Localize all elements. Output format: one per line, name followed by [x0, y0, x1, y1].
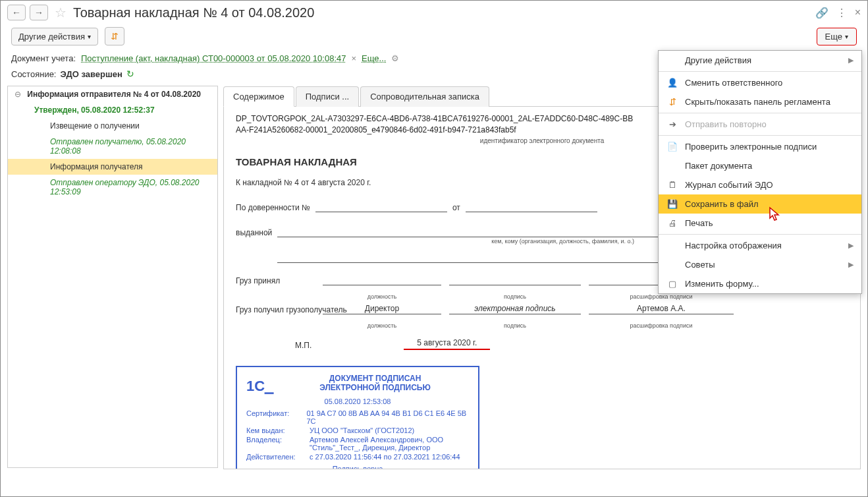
star-icon[interactable]: ☆: [55, 5, 67, 20]
proxy-number-field: [315, 202, 447, 212]
proxy-date-field: [466, 202, 597, 212]
menu-package[interactable]: Пакет документа: [659, 156, 861, 175]
more-docs-link[interactable]: Еще...: [362, 53, 386, 63]
check-sig-icon: 📄: [666, 142, 678, 152]
more-menu: Другие действия ▶ 👤 Сменить ответственно…: [658, 50, 862, 294]
doc-account-link[interactable]: Поступление (акт, накладная) СТ00-000003…: [81, 53, 346, 63]
doc-account-label: Документ учета:: [11, 53, 76, 63]
signature-stamp: 1C⎯ ДОКУМЕНТ ПОДПИСАН ЭЛЕКТРОННОЙ ПОДПИС…: [236, 366, 479, 469]
cargo-received-label: Груз получил грузополучатель: [236, 305, 315, 314]
tree-approved[interactable]: Утвержден, 05.08.2020 12:52:37: [8, 102, 217, 118]
arrow-right-icon: ➔: [666, 119, 678, 129]
tab-content[interactable]: Содержимое: [223, 86, 294, 107]
back-button[interactable]: ←: [7, 5, 26, 20]
chevron-down-icon: ▾: [88, 33, 91, 40]
window-title: Товарная накладная № 4 от 04.08.2020: [73, 5, 314, 20]
menu-log[interactable]: 🗒 Журнал событий ЭДО: [659, 175, 861, 194]
tab-cover-note[interactable]: Сопроводительная записка: [360, 86, 489, 107]
mp-date: 5 августа 2020 г.: [404, 338, 490, 350]
gear-icon[interactable]: ⚙: [391, 53, 399, 63]
chevron-right-icon: ▶: [848, 260, 854, 269]
tree-notice[interactable]: Извещение о получении: [8, 118, 217, 134]
chevron-right-icon: ▶: [848, 241, 854, 250]
tree-panel-button[interactable]: ⇵: [105, 27, 124, 45]
from-label: от: [452, 203, 460, 212]
tree-panel: Информация отправителя № 4 от 04.08.2020…: [7, 86, 218, 468]
menu-save-file[interactable]: 💾 Сохранить в файл: [659, 194, 861, 214]
mp-label: М.П.: [295, 341, 312, 350]
menu-tips[interactable]: Советы ▶: [659, 255, 861, 274]
tree-sent-operator[interactable]: Отправлен оператору ЭДО, 05.08.2020 12:5…: [8, 175, 217, 200]
chevron-right-icon: ▶: [848, 56, 854, 65]
other-actions-button[interactable]: Другие действия ▾: [11, 28, 98, 45]
proxy-label: По доверенности №: [236, 203, 310, 212]
more-button[interactable]: Еще ▾: [817, 28, 857, 45]
menu-resend: ➔ Отправить повторно: [659, 115, 861, 134]
menu-other-actions[interactable]: Другие действия ▶: [659, 51, 861, 70]
forward-button[interactable]: →: [30, 5, 48, 20]
hierarchy-icon: ⇵: [111, 31, 119, 42]
menu-check-signatures[interactable]: 📄 Проверить электронные подписи: [659, 137, 861, 156]
signature-value: электронная подпись: [449, 304, 581, 314]
chevron-down-icon: ▾: [845, 33, 848, 40]
link-icon[interactable]: 🔗: [815, 7, 828, 19]
tree-recipient-info[interactable]: Информация получателя: [8, 159, 217, 175]
name-value: Артемов А.А.: [589, 304, 734, 314]
state-label: Состояние:: [11, 69, 56, 79]
menu-toggle-panel[interactable]: ⇵ Скрыть/показать панель регламента: [659, 92, 861, 111]
tree-sent-recipient[interactable]: Отправлен получателю, 05.08.2020 12:08:0…: [8, 134, 217, 159]
form-icon: ▢: [666, 279, 678, 289]
menu-change-responsible[interactable]: 👤 Сменить ответственного: [659, 73, 861, 92]
menu-print[interactable]: 🖨 Печать: [659, 214, 861, 233]
hierarchy-icon: ⇵: [666, 97, 678, 107]
user-swap-icon: 👤: [666, 78, 678, 88]
refresh-icon[interactable]: ↻: [126, 69, 134, 79]
save-icon: 💾: [666, 199, 678, 209]
position-value: Директор: [323, 304, 441, 314]
state-value: ЭДО завершен: [60, 69, 122, 79]
issued-label: выданной: [236, 228, 272, 237]
menu-display-settings[interactable]: Настройка отображения ▶: [659, 236, 861, 255]
tree-root[interactable]: Информация отправителя № 4 от 04.08.2020: [8, 86, 217, 102]
kebab-icon[interactable]: ⋮: [836, 7, 847, 19]
print-icon: 🖨: [666, 218, 678, 228]
close-icon[interactable]: ×: [855, 7, 861, 18]
log-icon: 🗒: [666, 180, 678, 190]
remove-link-icon[interactable]: ×: [351, 53, 356, 63]
stamp-logo: 1C⎯: [246, 378, 273, 395]
menu-change-form[interactable]: ▢ Изменить форму...: [659, 274, 861, 293]
tab-signatures[interactable]: Подписи ...: [296, 86, 359, 107]
cargo-accepted-label: Груз принял: [236, 276, 315, 285]
